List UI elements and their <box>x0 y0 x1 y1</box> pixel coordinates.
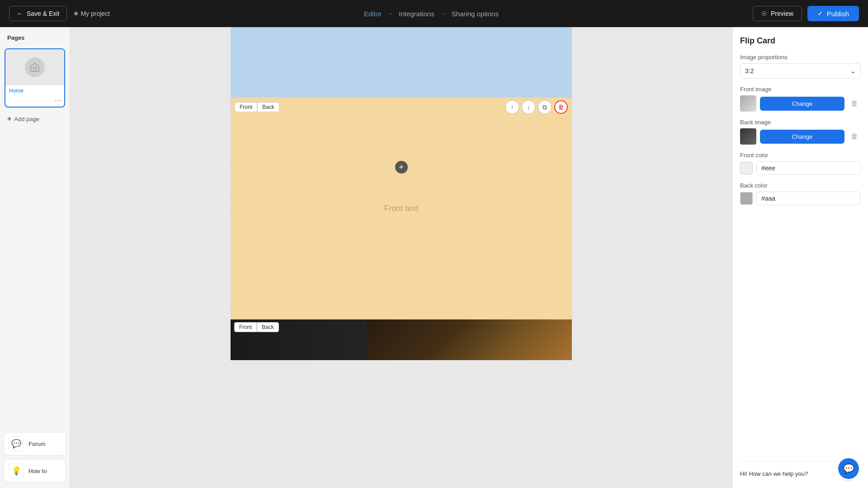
chevron-down-icon: ⌄ <box>850 67 856 75</box>
nav-right: ☉ Preview ✓ Publish <box>753 6 859 21</box>
front-color-section: Front color <box>740 152 861 175</box>
forum-label: Forum <box>28 441 46 447</box>
change-back-image-button[interactable]: Change <box>760 130 844 144</box>
plus-icon-add: + <box>399 163 404 172</box>
front-color-swatch[interactable] <box>740 162 753 174</box>
check-icon: ✓ <box>817 9 823 18</box>
step-editor[interactable]: Editor <box>364 10 382 18</box>
section-flipcard: Front Back ↑ ↓ ⧉ 🗑 <box>231 97 572 319</box>
front-image-label: Front image <box>740 86 861 93</box>
add-page-button[interactable]: + Add page <box>0 110 70 127</box>
preview-label: Preview <box>771 10 793 17</box>
canvas-wrapper: + Front Back ↑ ↓ <box>231 27 572 360</box>
section-dark-tabs: Front Back <box>234 322 279 332</box>
dots-icon: ⋯ <box>54 96 61 105</box>
project-dot <box>74 12 78 15</box>
page-thumbnail <box>5 49 64 85</box>
section-actions: ↑ ↓ ⧉ 🗑 <box>505 100 568 114</box>
chat-widget-button[interactable]: 💬 <box>838 458 859 479</box>
trash-icon: 🗑 <box>558 103 564 111</box>
page-thumb-inner <box>25 57 45 77</box>
panel-title: Flip Card <box>740 36 861 46</box>
add-row-button[interactable]: + <box>395 161 408 174</box>
panel-right: Flip Card Image proportions 3:2 ⌄ Front … <box>732 27 868 488</box>
eye-icon: ☉ <box>761 10 767 17</box>
trash-icon-back: 🗑 <box>851 132 858 141</box>
chat-icon: 💬 <box>843 463 854 474</box>
howto-icon: 💡 <box>9 463 24 479</box>
sidebar-item-forum[interactable]: 💬 Forum <box>4 432 66 455</box>
section-blue <box>231 27 572 97</box>
back-image-row: Change 🗑 <box>740 128 861 145</box>
delete-front-image-button[interactable]: 🗑 <box>848 97 861 110</box>
save-exit-label: Save & Exit <box>27 10 59 17</box>
proportions-value: 3:2 <box>745 67 754 75</box>
down-arrow-icon: ↓ <box>527 103 530 111</box>
page-home[interactable]: Home ⋯ <box>5 48 65 108</box>
front-back-tabs: Front Back <box>235 102 279 112</box>
project-name: My project <box>74 10 110 17</box>
section-dark-inner <box>231 319 572 360</box>
step-integrations[interactable]: Integrations <box>399 10 434 18</box>
copy-icon: ⧉ <box>542 103 547 111</box>
image-proportions-label: Image proportions <box>740 54 861 61</box>
preview-button[interactable]: ☉ Preview <box>753 6 802 21</box>
plus-icon: + <box>7 115 11 123</box>
back-color-swatch[interactable] <box>740 192 753 205</box>
add-page-label: Add page <box>14 116 39 122</box>
front-tab[interactable]: Front <box>235 102 257 112</box>
back-tab[interactable]: Back <box>257 102 279 112</box>
pages-title: Pages <box>0 27 70 46</box>
home-icon <box>29 62 40 73</box>
front-color-row <box>740 161 861 175</box>
page-label: Home <box>5 85 64 96</box>
forum-icon: 💬 <box>9 436 24 451</box>
canvas-area: + Front Back ↑ ↓ <box>70 27 732 488</box>
howto-label: How to <box>28 468 47 474</box>
back-color-row <box>740 192 861 205</box>
back-image-label: Back image <box>740 119 861 126</box>
publish-button[interactable]: ✓ Publish <box>807 6 859 21</box>
front-text: Front text <box>384 204 418 213</box>
front-image-section: Front image Change 🗑 <box>740 86 861 112</box>
flipcard-content: Front text <box>231 98 571 319</box>
front-image-thumb <box>740 95 756 112</box>
nav-steps: Editor → Integrations → Sharing options <box>364 10 499 18</box>
nav-left: ← Save & Exit My project <box>9 6 110 21</box>
section-toolbar: Front Back ↑ ↓ ⧉ 🗑 <box>231 98 571 117</box>
front-image-row: Change 🗑 <box>740 95 861 112</box>
front-color-input[interactable] <box>756 161 861 175</box>
delete-back-image-button[interactable]: 🗑 <box>848 130 861 143</box>
image-proportions-section: Image proportions 3:2 ⌄ <box>740 54 861 79</box>
back-color-label: Back color <box>740 182 861 189</box>
main-area: Pages Home ⋯ + Add page 💬 <box>0 27 868 488</box>
delete-section-button[interactable]: 🗑 <box>554 100 568 114</box>
front-color-label: Front color <box>740 152 861 159</box>
image-proportions-select[interactable]: 3:2 ⌄ <box>740 63 861 79</box>
sidebar-item-howto[interactable]: 💡 How to <box>4 459 66 483</box>
move-up-button[interactable]: ↑ <box>505 100 519 114</box>
move-down-button[interactable]: ↓ <box>522 100 535 114</box>
page-options-btn[interactable]: ⋯ <box>5 96 64 107</box>
project-name-label: My project <box>80 10 110 17</box>
dark-front-tab[interactable]: Front <box>234 322 257 332</box>
arrow-2: → <box>440 10 446 17</box>
top-nav: ← Save & Exit My project Editor → Integr… <box>0 0 868 27</box>
section-dark: Front Back <box>231 319 572 360</box>
sidebar-left: Pages Home ⋯ + Add page 💬 <box>0 27 70 488</box>
back-arrow-icon: ← <box>17 10 23 17</box>
back-image-section: Back image Change 🗑 <box>740 119 861 145</box>
dark-overlay <box>367 319 572 360</box>
step-sharing[interactable]: Sharing options <box>452 10 499 18</box>
back-color-input[interactable] <box>756 192 861 205</box>
arrow-1: → <box>387 10 393 17</box>
change-front-image-button[interactable]: Change <box>760 97 844 111</box>
publish-label: Publish <box>827 10 849 18</box>
trash-icon-front: 🗑 <box>851 99 858 108</box>
save-exit-button[interactable]: ← Save & Exit <box>9 6 67 21</box>
dark-back-tab[interactable]: Back <box>257 322 279 332</box>
duplicate-button[interactable]: ⧉ <box>538 100 552 114</box>
back-color-section: Back color <box>740 182 861 205</box>
back-image-thumb <box>740 128 756 145</box>
up-arrow-icon: ↑ <box>511 103 514 111</box>
